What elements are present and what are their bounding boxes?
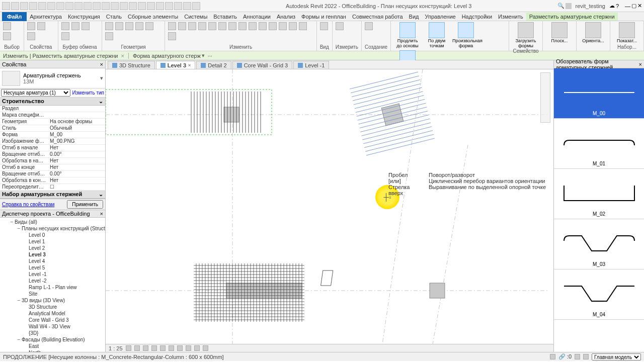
- filter-icon[interactable]: [575, 354, 580, 359]
- qat-button[interactable]: [38, 2, 46, 10]
- ribbon-tab[interactable]: Анализ: [274, 13, 298, 21]
- ribbon-tab[interactable]: Аннотации: [240, 13, 274, 21]
- ribbon-big-button[interactable]: [429, 22, 445, 38]
- qat-button[interactable]: [65, 2, 73, 10]
- crop-icon[interactable]: [160, 345, 166, 351]
- qat-button[interactable]: [84, 2, 92, 10]
- qat-button[interactable]: [192, 2, 200, 10]
- close-button[interactable]: ✕: [637, 3, 642, 9]
- ribbon-button[interactable]: [269, 22, 277, 30]
- ribbon-button[interactable]: [336, 22, 344, 30]
- tree-node[interactable]: Level 5: [1, 264, 104, 271]
- ribbon-button[interactable]: [61, 32, 69, 40]
- property-row[interactable]: Вращение отгиба в на...0.00°: [0, 151, 105, 158]
- property-row[interactable]: Марка спецификации: [0, 112, 105, 119]
- tree-node[interactable]: −Виды (all): [1, 219, 104, 225]
- tree-node[interactable]: Level 2: [1, 245, 104, 251]
- qat-button[interactable]: [56, 2, 64, 10]
- ribbon-button[interactable]: [105, 22, 113, 30]
- qat-button[interactable]: [120, 2, 128, 10]
- temp-hide-icon[interactable]: [186, 345, 191, 351]
- active-workset-select[interactable]: Главная модель: [592, 353, 641, 360]
- ribbon-button[interactable]: [27, 22, 35, 30]
- view-control-bar[interactable]: 1 : 25: [106, 344, 553, 352]
- ribbon-big-button[interactable]: [518, 22, 534, 38]
- ribbon-big-button[interactable]: [585, 22, 601, 38]
- tree-node[interactable]: Core Wall - Grid 3: [1, 317, 104, 323]
- ribbon-button[interactable]: [125, 22, 133, 30]
- property-row[interactable]: ГеометрияНа основе формы: [0, 119, 105, 125]
- qat-button[interactable]: [20, 2, 28, 10]
- property-grid[interactable]: Строительство⌄РазделМарка спецификацииГе…: [0, 98, 105, 199]
- close-icon[interactable]: ×: [100, 211, 103, 217]
- ribbon-button[interactable]: [249, 22, 257, 30]
- view-cube[interactable]: [540, 72, 550, 123]
- shadow-icon[interactable]: [151, 345, 157, 351]
- view-tab[interactable]: Level -1: [293, 61, 329, 69]
- view-tab[interactable]: Detail 2: [196, 61, 231, 69]
- ribbon-button[interactable]: [365, 22, 373, 30]
- ribbon-big-button[interactable]: [619, 22, 635, 38]
- property-row[interactable]: Вращение отгиба на к...0.00°: [0, 171, 105, 177]
- properties-help-link[interactable]: Справка по свойствам: [2, 202, 54, 207]
- tree-node[interactable]: East: [1, 343, 104, 349]
- search-icon[interactable]: 🔍: [557, 3, 565, 9]
- tree-node[interactable]: Wall W4 - 3D View: [1, 323, 104, 330]
- ribbon-tab[interactable]: Вставить: [210, 13, 240, 21]
- view-tab[interactable]: Level 3×: [156, 61, 196, 69]
- view-tab[interactable]: 3D Structure: [108, 61, 155, 69]
- tree-node[interactable]: Level 4: [1, 258, 104, 264]
- tree-node[interactable]: Level 0: [1, 232, 104, 238]
- ribbon-button[interactable]: [135, 22, 143, 30]
- detail-level-icon[interactable]: [126, 345, 131, 351]
- qat-button[interactable]: [74, 2, 83, 10]
- ribbon-button[interactable]: [168, 32, 176, 40]
- qat-button[interactable]: [129, 2, 137, 10]
- tree-node[interactable]: Site: [1, 291, 104, 297]
- crop-visible-icon[interactable]: [169, 345, 174, 351]
- qat-button[interactable]: [156, 2, 164, 10]
- select-icon[interactable]: [550, 354, 555, 359]
- tree-node[interactable]: Level 1: [1, 238, 104, 245]
- ribbon-tab[interactable]: Управление: [422, 13, 459, 21]
- help-icon[interactable]: ?: [616, 3, 619, 9]
- rebar-shape-item[interactable]: M_02: [554, 169, 644, 219]
- tree-node[interactable]: Level -1: [1, 271, 104, 278]
- constraints-icon[interactable]: [203, 345, 208, 351]
- ribbon-button[interactable]: [27, 32, 35, 40]
- tab-file[interactable]: Файл: [2, 12, 27, 21]
- ribbon-button[interactable]: [105, 32, 113, 40]
- ribbon-tab[interactable]: Формы и генплан: [298, 13, 349, 21]
- rebar-shape-item[interactable]: M_00: [554, 68, 644, 119]
- view-scale[interactable]: 1 : 25: [109, 345, 123, 351]
- ribbon-tab[interactable]: Надстройки: [459, 13, 495, 21]
- tree-node[interactable]: {3D}: [1, 330, 104, 336]
- ribbon-tab[interactable]: Архитектура: [27, 13, 65, 21]
- tree-node[interactable]: Level -2: [1, 278, 104, 284]
- visual-style-icon[interactable]: [134, 345, 140, 351]
- property-row[interactable]: Отгиб в концеНет: [0, 164, 105, 171]
- qat-button[interactable]: [29, 2, 37, 10]
- qat-button[interactable]: [47, 2, 55, 10]
- property-row[interactable]: Обработка в концеНет: [0, 177, 105, 184]
- ribbon-button[interactable]: [178, 22, 186, 30]
- rebar-shape-item[interactable]: M_01: [554, 119, 644, 169]
- apply-button[interactable]: Применить: [67, 200, 103, 209]
- rebar-shape-item[interactable]: M_03: [554, 219, 644, 269]
- rebar-shape-item[interactable]: M_04: [554, 269, 644, 320]
- tree-node[interactable]: Analytical Model: [1, 310, 104, 317]
- ribbon-button[interactable]: [37, 22, 45, 30]
- lock-icon[interactable]: [177, 345, 183, 351]
- qat-button[interactable]: [102, 2, 110, 10]
- context-dropdown[interactable]: Форма арматурного стерж: [133, 53, 201, 59]
- qat-button[interactable]: [93, 2, 101, 10]
- property-row[interactable]: Отгиб в началеНет: [0, 145, 105, 151]
- ribbon-tab[interactable]: Изменить: [495, 13, 526, 21]
- ribbon-button[interactable]: [279, 22, 287, 30]
- ribbon-button[interactable]: [3, 32, 11, 40]
- ribbon-button[interactable]: [145, 22, 153, 30]
- property-row[interactable]: ФормаM_00: [0, 132, 105, 138]
- property-row[interactable]: Переопределить длин...☐: [0, 184, 105, 191]
- qat-button[interactable]: [111, 2, 119, 10]
- ribbon-tab[interactable]: Разместить арматурные стержни: [526, 13, 618, 21]
